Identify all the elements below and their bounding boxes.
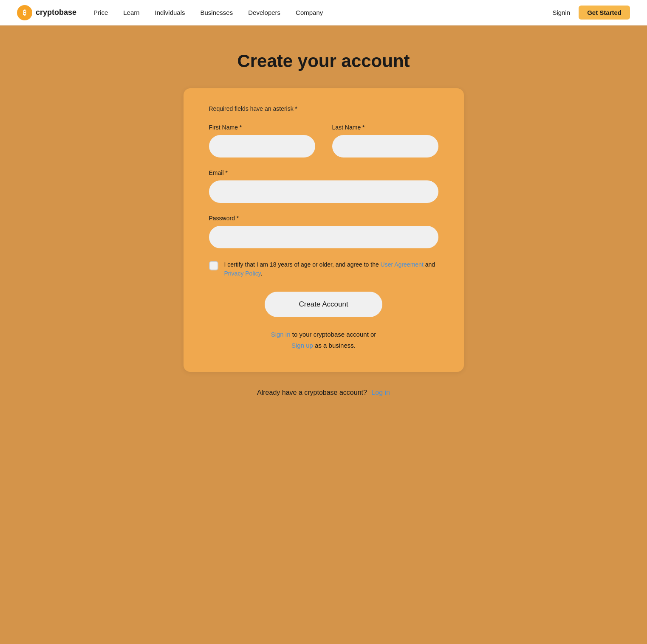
first-name-label: First Name * — [209, 124, 315, 131]
form-card: Required fields have an asterisk * First… — [184, 88, 464, 372]
name-row: First Name * Last Name * — [209, 124, 438, 157]
privacy-policy-link[interactable]: Privacy Policy — [224, 270, 261, 277]
nav-links: Price Learn Individuals Businesses Devel… — [93, 9, 552, 16]
sign-in-links: Sign in to your cryptobase account or Si… — [209, 329, 438, 351]
main-content: Create your account Required fields have… — [0, 25, 647, 397]
page-title: Create your account — [237, 51, 410, 71]
nav-price[interactable]: Price — [93, 9, 108, 16]
terms-label: I certify that I am 18 years of age or o… — [224, 260, 438, 278]
email-group: Email * — [209, 169, 438, 203]
last-name-group: Last Name * — [332, 124, 438, 157]
get-started-button[interactable]: Get Started — [579, 6, 630, 20]
first-name-group: First Name * — [209, 124, 315, 157]
email-input[interactable] — [209, 180, 438, 203]
nav-businesses[interactable]: Businesses — [201, 9, 233, 16]
last-name-label: Last Name * — [332, 124, 438, 131]
login-link[interactable]: Log in — [371, 389, 390, 396]
terms-checkbox[interactable] — [209, 261, 218, 270]
password-group: Password * — [209, 215, 438, 248]
signin-link[interactable]: Signin — [552, 9, 570, 16]
password-label: Password * — [209, 215, 438, 222]
sign-up-link[interactable]: Sign up — [291, 342, 313, 349]
logo-text: cryptobase — [36, 8, 76, 17]
terms-checkbox-group: I certify that I am 18 years of age or o… — [209, 260, 438, 278]
create-account-button[interactable]: Create Account — [265, 292, 382, 317]
logo-icon: ₿ — [17, 5, 32, 20]
user-agreement-link[interactable]: User Agreement — [381, 261, 424, 268]
navbar: ₿ cryptobase Price Learn Individuals Bus… — [0, 0, 647, 25]
password-input[interactable] — [209, 226, 438, 248]
nav-learn[interactable]: Learn — [123, 9, 139, 16]
nav-developers[interactable]: Developers — [248, 9, 280, 16]
required-note: Required fields have an asterisk * — [209, 105, 438, 112]
nav-individuals[interactable]: Individuals — [155, 9, 185, 16]
sign-in-link[interactable]: Sign in — [271, 331, 291, 338]
nav-actions: Signin Get Started — [552, 6, 630, 20]
email-label: Email * — [209, 169, 438, 176]
bottom-text: Already have a cryptobase account? Log i… — [257, 389, 390, 397]
nav-company[interactable]: Company — [296, 9, 323, 16]
last-name-input[interactable] — [332, 135, 438, 157]
first-name-input[interactable] — [209, 135, 315, 157]
logo-link[interactable]: ₿ cryptobase — [17, 5, 76, 20]
